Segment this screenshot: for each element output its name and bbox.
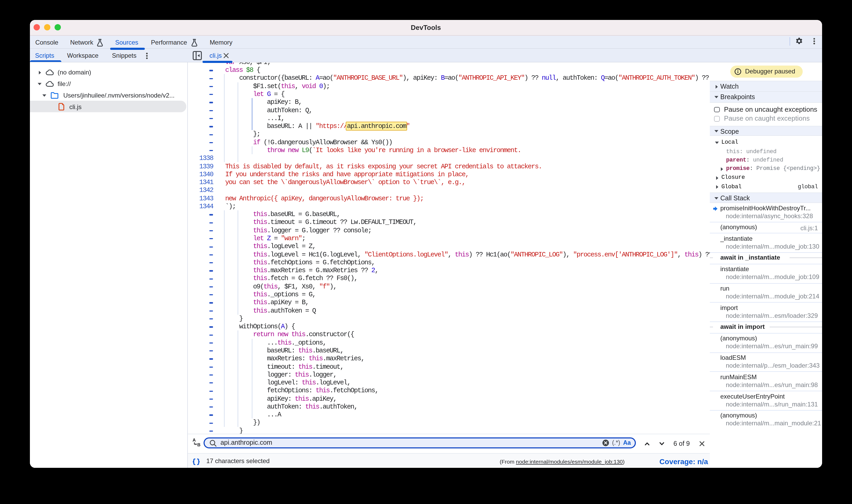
svg-text:A: A: [193, 438, 196, 443]
svg-text:B: B: [197, 442, 200, 447]
